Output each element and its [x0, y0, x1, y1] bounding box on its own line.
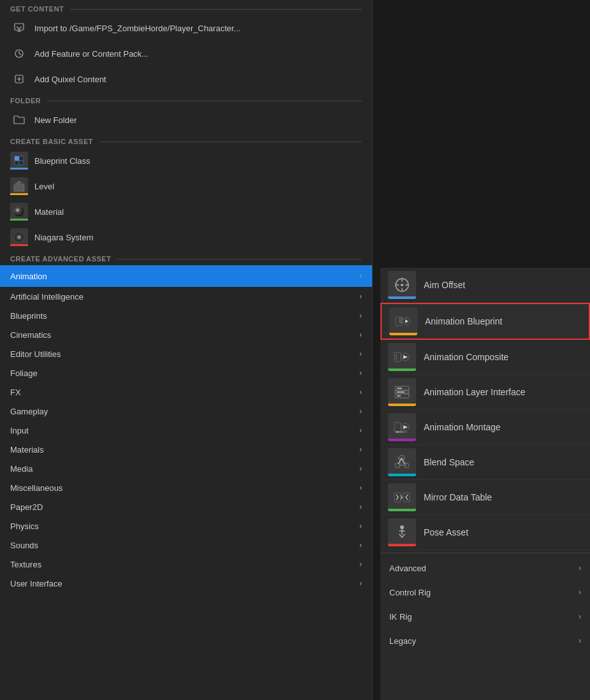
ai-item[interactable]: Artificial Intelligence › — [0, 287, 372, 306]
svg-point-13 — [18, 236, 20, 238]
physics-item[interactable]: Physics › — [0, 516, 372, 536]
legacy-arrow: › — [579, 636, 581, 645]
feature-label: Add Feature or Content Pack... — [34, 49, 362, 59]
blueprint-label: Blueprint Class — [34, 156, 362, 166]
section-get-content: GET CONTENT — [0, 0, 372, 15]
anim-montage-icon — [388, 413, 416, 441]
svg-rect-20 — [396, 317, 402, 326]
svg-rect-6 — [19, 161, 24, 165]
editor-utilities-item[interactable]: Editor Utilities › — [0, 344, 372, 363]
pose-asset-icon — [388, 518, 416, 546]
svg-rect-38 — [394, 493, 401, 502]
editor-utilities-arrow: › — [359, 349, 362, 358]
user-interface-item[interactable]: User Interface › — [0, 574, 372, 593]
new-folder-item[interactable]: New Folder — [0, 107, 372, 133]
user-interface-arrow: › — [359, 579, 362, 588]
foliage-item[interactable]: Foliage › — [0, 363, 372, 383]
new-folder-label: New Folder — [34, 115, 362, 125]
ik-rig-label: IK Rig — [389, 612, 579, 622]
fx-label: FX — [10, 388, 359, 397]
physics-label: Physics — [10, 521, 359, 531]
pose-asset-item[interactable]: Pose Asset — [380, 515, 590, 550]
blueprints-item[interactable]: Blueprints › — [0, 306, 372, 325]
svg-point-19 — [401, 284, 403, 286]
control-rig-label: Control Rig — [389, 588, 579, 597]
materials-label: Materials — [10, 445, 359, 455]
anim-layer-item[interactable]: Animation Layer Interface — [380, 375, 590, 410]
niagara-item[interactable]: Niagara System — [0, 224, 372, 250]
quixel-label: Add Quixel Content — [34, 75, 362, 84]
pose-asset-label: Pose Asset — [424, 527, 468, 537]
svg-point-40 — [400, 525, 404, 529]
svg-point-10 — [14, 207, 24, 217]
ik-rig-sub-item[interactable]: IK Rig › — [380, 604, 590, 629]
materials-item[interactable]: Materials › — [0, 440, 372, 459]
quixel-item[interactable]: Add Quixel Content — [0, 66, 372, 92]
level-label: Level — [34, 182, 362, 191]
advanced-arrow: › — [579, 564, 581, 572]
animation-label: Animation — [10, 272, 359, 281]
ai-arrow: › — [359, 292, 362, 301]
cinematics-label: Cinematics — [10, 330, 359, 340]
advanced-sub-item[interactable]: Advanced › — [380, 556, 590, 580]
gameplay-item[interactable]: Gameplay › — [0, 402, 372, 421]
right-panel: Aim Offset Animation Blueprint Animation… — [380, 268, 590, 700]
svg-rect-39 — [403, 493, 410, 502]
textures-item[interactable]: Textures › — [0, 555, 372, 574]
sounds-item[interactable]: Sounds › — [0, 536, 372, 555]
svg-rect-34 — [400, 431, 403, 433]
blueprints-label: Blueprints — [10, 311, 359, 321]
anim-composite-icon — [388, 343, 416, 371]
sounds-label: Sounds — [10, 541, 359, 550]
legacy-label: Legacy — [389, 636, 579, 646]
svg-rect-33 — [396, 431, 399, 433]
miscellaneous-label: Miscellaneous — [10, 483, 359, 493]
feature-pack-item[interactable]: Add Feature or Content Pack... — [0, 41, 372, 66]
quixel-icon — [10, 70, 28, 88]
level-item[interactable]: Level — [0, 173, 372, 199]
blend-space-item[interactable]: Blend Space — [380, 445, 590, 480]
physics-arrow: › — [359, 521, 362, 530]
textures-label: Textures — [10, 560, 359, 569]
section-advanced-asset: CREATE ADVANCED ASSET — [0, 250, 372, 265]
import-item[interactable]: Import to /Game/FPS_ZombieHorde/Player_C… — [0, 15, 372, 41]
right-divider — [380, 553, 590, 553]
miscellaneous-item[interactable]: Miscellaneous › — [0, 478, 372, 497]
sounds-arrow: › — [359, 541, 362, 550]
control-rig-sub-item[interactable]: Control Rig › — [380, 580, 590, 604]
blueprint-item[interactable]: Blueprint Class — [0, 148, 372, 173]
anim-composite-item[interactable]: Animation Composite — [380, 340, 590, 375]
control-rig-arrow: › — [579, 588, 581, 597]
anim-blueprint-item[interactable]: Animation Blueprint — [380, 303, 590, 340]
anim-montage-label: Animation Montage — [424, 422, 501, 432]
blend-space-icon — [388, 448, 416, 476]
import-label: Import to /Game/FPS_ZombieHorde/Player_C… — [34, 24, 362, 33]
paper2d-label: Paper2D — [10, 502, 359, 512]
input-item[interactable]: Input › — [0, 421, 372, 440]
svg-rect-28 — [397, 391, 405, 393]
anim-blueprint-icon — [389, 307, 417, 335]
legacy-sub-item[interactable]: Legacy › — [380, 629, 590, 653]
cinematics-item[interactable]: Cinematics › — [0, 325, 372, 344]
section-basic-asset: CREATE BASIC ASSET — [0, 133, 372, 148]
fx-item[interactable]: FX › — [0, 383, 372, 402]
ai-label: Artificial Intelligence — [10, 292, 359, 302]
advanced-label: Advanced — [389, 564, 579, 573]
material-item[interactable]: Material — [0, 199, 372, 224]
media-arrow: › — [359, 464, 362, 473]
miscellaneous-arrow: › — [359, 483, 362, 492]
materials-arrow: › — [359, 445, 362, 454]
blueprint-icon — [10, 152, 28, 170]
import-icon — [10, 19, 28, 37]
media-item[interactable]: Media › — [0, 459, 372, 478]
paper2d-item[interactable]: Paper2D › — [0, 497, 372, 516]
animation-item[interactable]: Animation › — [0, 265, 372, 287]
svg-rect-5 — [15, 161, 19, 165]
cinematics-arrow: › — [359, 330, 362, 339]
niagara-icon — [10, 228, 28, 246]
mirror-data-item[interactable]: Mirror Data Table — [380, 480, 590, 515]
anim-montage-item[interactable]: Animation Montage — [380, 410, 590, 445]
animation-arrow: › — [359, 272, 362, 281]
aim-offset-item[interactable]: Aim Offset — [380, 268, 590, 303]
foliage-arrow: › — [359, 368, 362, 377]
